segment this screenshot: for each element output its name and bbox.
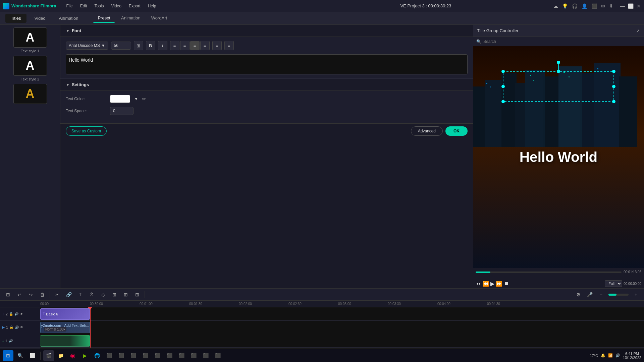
timeline-scrubber[interactable] — [476, 272, 622, 273]
taskbar-app-7[interactable]: ⬛ — [176, 350, 187, 361]
zoom-slider[interactable] — [608, 294, 629, 296]
sub-tab-preset[interactable]: Preset — [93, 14, 115, 23]
zoom-out-btn[interactable]: − — [597, 291, 605, 299]
stop-btn[interactable]: ⏹ — [504, 281, 509, 287]
advanced-button[interactable]: Advanced — [411, 126, 443, 136]
tab-animation[interactable]: Animation — [54, 14, 84, 23]
track-audio-icon[interactable]: 🔊 — [14, 312, 18, 316]
bulb-icon[interactable]: 💡 — [562, 3, 568, 9]
taskbar-search-button[interactable]: 🔍 — [15, 350, 25, 361]
headphone-icon[interactable]: 🎧 — [572, 3, 578, 9]
settings-btn[interactable]: ⚙ — [574, 291, 582, 299]
prev-frame-btn[interactable]: ⏪ — [482, 281, 489, 287]
keyframe-btn[interactable]: ◇ — [99, 291, 107, 299]
preset-item-1[interactable]: A Text style 1 — [3, 27, 57, 53]
menu-edit[interactable]: Edit — [77, 2, 91, 10]
redo-btn[interactable]: ↪ — [27, 291, 35, 299]
color-swatch[interactable] — [110, 95, 130, 103]
bold-btn[interactable]: B — [146, 41, 155, 50]
audio-btn[interactable]: 🎤 — [586, 291, 594, 299]
menu-tools[interactable]: Tools — [91, 2, 107, 10]
delete-btn[interactable]: 🗑 — [38, 291, 46, 299]
minimize-button[interactable]: — — [620, 3, 625, 9]
taskbar-app-explorer[interactable]: 📁 — [55, 350, 66, 361]
menu-help[interactable]: Help — [145, 2, 160, 10]
search-input[interactable] — [483, 39, 641, 44]
unlink-btn[interactable]: 🔗 — [65, 291, 73, 299]
zoom-in-btn[interactable]: + — [632, 291, 640, 299]
cut-btn[interactable]: ✂ — [53, 291, 61, 299]
preset-item-3[interactable]: A — [3, 84, 57, 104]
undo-btn[interactable]: ↩ — [15, 291, 23, 299]
play-btn[interactable]: ▶ — [490, 281, 494, 287]
menu-file[interactable]: File — [63, 2, 76, 10]
taskbar-app-2[interactable]: ⬛ — [116, 350, 126, 361]
taskbar-app-3[interactable]: ⬛ — [128, 350, 139, 361]
align-justify-btn[interactable]: ≡ — [200, 41, 210, 50]
crop-btn[interactable]: ⊞ — [122, 291, 130, 299]
italic-btn[interactable]: I — [158, 41, 167, 50]
menu-export[interactable]: Export — [125, 2, 144, 10]
track-visible-icon[interactable]: 👁 — [20, 312, 23, 316]
eyedropper-btn[interactable]: ✏ — [142, 96, 146, 102]
add-media-btn[interactable]: ⊞ — [4, 291, 12, 299]
text-style-btn[interactable]: ≡ — [212, 41, 222, 50]
next-frame-btn[interactable]: ⏩ — [496, 281, 502, 287]
preset-item-2[interactable]: A Text style 2 — [3, 56, 57, 81]
text-content-input[interactable]: Hello World — [66, 54, 468, 74]
tab-video[interactable]: Video — [29, 14, 51, 23]
start-button[interactable]: ⊞ — [3, 350, 13, 361]
text-align-extra-btn[interactable]: ≡ — [224, 41, 234, 50]
speed-btn[interactable]: ⏱ — [88, 291, 96, 299]
align-center-btn[interactable]: ≡ — [180, 41, 190, 50]
track-visible-icon-v[interactable]: 👁 — [20, 325, 23, 329]
sub-tab-wordart[interactable]: WordArt — [147, 14, 172, 23]
skip-back-btn[interactable]: ⏮ — [476, 281, 481, 287]
taskbar-app-circle[interactable]: ◉ — [67, 350, 78, 361]
save-custom-button[interactable]: Save as Custom — [66, 126, 107, 136]
track-lock-icon[interactable]: 🔒 — [9, 312, 13, 316]
font-size-input[interactable] — [111, 42, 131, 50]
split-btn[interactable]: ⊞ — [110, 291, 118, 299]
font-family-select[interactable]: Arial Unicode MS ▼ — [66, 42, 108, 50]
transform-btn[interactable]: ⊞ — [133, 291, 141, 299]
align-right-btn[interactable]: ≡ — [190, 41, 200, 50]
taskbar-app-nvidia[interactable]: ▶ — [79, 350, 90, 361]
account-icon[interactable]: 👤 — [582, 3, 587, 9]
quality-select[interactable]: Full 1/2 1/4 — [605, 280, 622, 287]
ok-button[interactable]: OK — [445, 126, 468, 136]
taskbar-app-filmora[interactable]: 🎬 — [43, 350, 54, 361]
tab-titles[interactable]: Titles — [5, 14, 26, 23]
clip-basic6[interactable]: T Basic 6 — [40, 308, 90, 320]
taskbar-app-1[interactable]: ⬛ — [104, 350, 114, 361]
clip-video-1[interactable]: y2mate.com - Add Text Beh... Normal 1.00… — [40, 322, 90, 333]
settings-section-header[interactable]: ▼ Settings — [60, 79, 473, 91]
taskbar-app-9[interactable]: ⬛ — [200, 350, 211, 361]
apps-icon[interactable]: ⬛ — [591, 3, 597, 9]
mail-icon[interactable]: ✉ — [601, 3, 605, 9]
align-left-btn[interactable]: ≡ — [170, 41, 179, 50]
taskbar-app-10[interactable]: ⬛ — [212, 350, 223, 361]
taskbar-app-4[interactable]: ⬛ — [140, 350, 151, 361]
track-audio-icon-v[interactable]: 🔊 — [15, 325, 19, 329]
track-volume-a1[interactable]: 🔊 — [9, 339, 13, 343]
tgc-expand-icon[interactable]: ↗ — [636, 28, 640, 34]
close-button[interactable]: ✕ — [636, 3, 641, 9]
sub-tab-animation[interactable]: Animation — [116, 14, 145, 23]
cloud-icon[interactable]: ☁ — [553, 3, 558, 9]
track-lock-icon-v[interactable]: 🔒 — [9, 325, 13, 329]
taskbar-taskview-button[interactable]: ⬜ — [27, 350, 38, 361]
download-icon[interactable]: ⬇ — [609, 3, 613, 9]
taskbar-app-5[interactable]: ⬛ — [152, 350, 163, 361]
text-tool-btn[interactable]: T — [76, 291, 84, 299]
taskbar-app-chrome[interactable]: 🌐 — [92, 350, 102, 361]
clip-audio-1[interactable] — [40, 335, 90, 347]
timeline-toolbar: ⊞ ↩ ↪ 🗑 ✂ 🔗 T ⏱ ◇ ⊞ ⊞ ⊞ ⚙ 🎤 − + — [0, 289, 644, 301]
menu-video[interactable]: Video — [108, 2, 124, 10]
taskbar-app-8[interactable]: ⬛ — [188, 350, 199, 361]
font-section-header[interactable]: ▼ Font — [60, 25, 473, 37]
spacing-icon-btn[interactable]: ⊞ — [134, 41, 143, 50]
text-space-input[interactable] — [110, 107, 133, 115]
maximize-button[interactable]: ⬜ — [628, 3, 633, 9]
taskbar-app-6[interactable]: ⬛ — [164, 350, 175, 361]
